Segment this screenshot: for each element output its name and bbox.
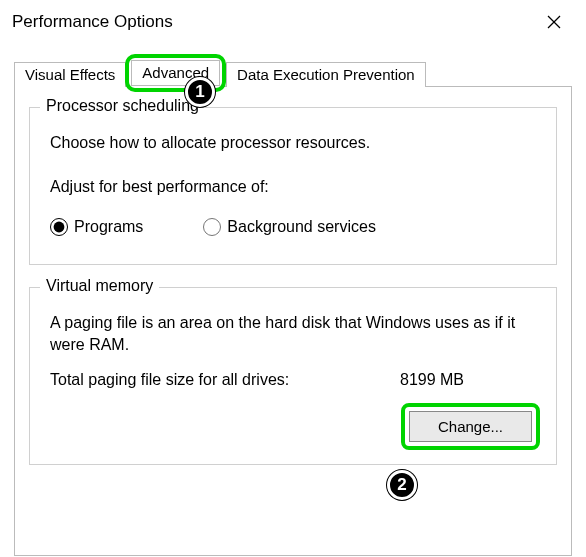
tab-visual-effects[interactable]: Visual Effects bbox=[14, 62, 126, 87]
adjust-radio-row: Programs Background services bbox=[50, 218, 540, 236]
vm-total-row: Total paging file size for all drives: 8… bbox=[50, 371, 536, 389]
adjust-label: Adjust for best performance of: bbox=[50, 178, 540, 196]
titlebar: Performance Options bbox=[0, 0, 586, 44]
radio-programs-input[interactable] bbox=[50, 218, 68, 236]
change-row: Change... bbox=[46, 403, 540, 450]
annotation-step-2: 2 bbox=[387, 470, 417, 500]
virtual-memory-group: Virtual memory A paging file is an area … bbox=[29, 287, 557, 465]
radio-programs[interactable]: Programs bbox=[50, 218, 143, 236]
dialog-content: Visual Effects Advanced Data Execution P… bbox=[0, 44, 586, 557]
change-button[interactable]: Change... bbox=[409, 411, 532, 442]
radio-background[interactable]: Background services bbox=[203, 218, 376, 236]
vm-total-value: 8199 MB bbox=[400, 371, 464, 389]
close-button[interactable] bbox=[534, 6, 574, 38]
virtual-memory-legend: Virtual memory bbox=[40, 277, 159, 295]
processor-description: Choose how to allocate processor resourc… bbox=[50, 134, 540, 152]
tab-dep[interactable]: Data Execution Prevention bbox=[226, 62, 426, 87]
radio-programs-label: Programs bbox=[74, 218, 143, 236]
processor-scheduling-group: Processor scheduling Choose how to alloc… bbox=[29, 107, 557, 265]
radio-background-label: Background services bbox=[227, 218, 376, 236]
tab-strip: Visual Effects Advanced Data Execution P… bbox=[14, 54, 572, 86]
annotation-step-1: 1 bbox=[185, 77, 215, 107]
close-icon bbox=[547, 15, 561, 29]
annotation-highlight-change: Change... bbox=[401, 403, 540, 450]
tab-panel-advanced: Processor scheduling Choose how to alloc… bbox=[14, 86, 572, 556]
window-title: Performance Options bbox=[12, 12, 173, 32]
radio-background-input[interactable] bbox=[203, 218, 221, 236]
processor-scheduling-legend: Processor scheduling bbox=[40, 97, 205, 115]
virtual-memory-description: A paging file is an area on the hard dis… bbox=[50, 312, 536, 355]
vm-total-label: Total paging file size for all drives: bbox=[50, 371, 400, 389]
